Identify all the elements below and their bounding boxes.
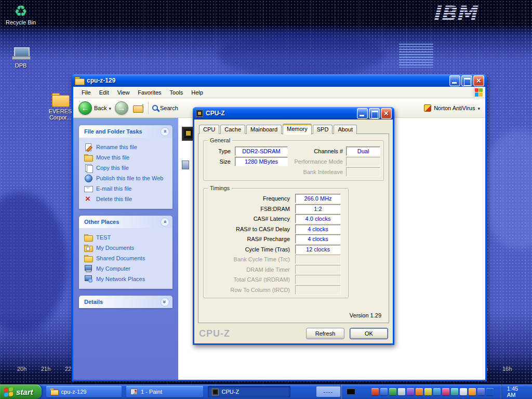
- tray-icon[interactable]: [477, 388, 485, 395]
- search-button[interactable]: Search: [152, 105, 178, 111]
- size-label: Size: [209, 157, 231, 166]
- norton-antivirus-menu[interactable]: Norton AntiVirus: [424, 104, 480, 112]
- chevron-up-icon[interactable]: [161, 127, 169, 136]
- explorer-titlebar[interactable]: cpu-z-129: [72, 74, 487, 87]
- tab-about[interactable]: About: [334, 125, 357, 134]
- timing-value: [295, 285, 341, 295]
- timezone-label: 16h: [502, 366, 512, 372]
- timing-label: DRAM Idle Timer: [206, 265, 290, 274]
- keyboard-layout-icon[interactable]: [347, 389, 355, 395]
- menu-edit[interactable]: Edit: [95, 88, 113, 97]
- desktop-icon-label: DPB: [2, 62, 39, 69]
- timezone-label: 21h: [41, 366, 50, 372]
- tab-spd[interactable]: SPD: [313, 125, 333, 134]
- place-my-network[interactable]: My Network Places: [84, 274, 170, 284]
- menu-tools[interactable]: Tools: [166, 88, 188, 97]
- file-tasks-header[interactable]: File and Folder Tasks: [79, 125, 172, 138]
- timing-label: RAS# to CAS# Delay: [206, 225, 290, 233]
- tab-cpu[interactable]: CPU: [199, 125, 219, 134]
- place-shared-documents[interactable]: Shared Documents: [84, 253, 170, 263]
- timing-value: 266.0 MHz: [295, 194, 341, 203]
- copy-icon: [84, 164, 92, 171]
- menu-favorites[interactable]: Favorites: [134, 88, 165, 97]
- tray-icon[interactable]: [486, 388, 494, 395]
- ok-button[interactable]: OK: [350, 328, 388, 339]
- minimize-button[interactable]: [449, 75, 460, 86]
- norton-icon: [424, 104, 431, 112]
- up-folder-button[interactable]: [132, 102, 144, 114]
- task-delete-file[interactable]: Delete this file: [84, 194, 170, 204]
- groupbox-legend: General: [208, 137, 232, 143]
- timings-groupbox: Timings Frequency 266.0 MHz FSB:DRAM 1:2…: [203, 188, 349, 298]
- cpuz-watermark: CPU-Z: [199, 328, 230, 339]
- tab-mainboard[interactable]: Mainboard: [246, 125, 282, 134]
- menu-bar: File Edit View Favorites Tools Help: [73, 87, 485, 98]
- paint-icon: [130, 389, 138, 395]
- start-button[interactable]: start: [0, 384, 42, 399]
- tray-icon[interactable]: [433, 388, 441, 395]
- maximize-button[interactable]: [461, 75, 472, 86]
- close-button[interactable]: [473, 75, 484, 86]
- refresh-button[interactable]: Refresh: [306, 328, 344, 339]
- tray-icon[interactable]: [416, 388, 423, 395]
- place-test[interactable]: TEST: [84, 232, 170, 243]
- cpuz-titlebar[interactable]: CPU-Z: [193, 107, 394, 119]
- menu-help[interactable]: Help: [187, 88, 207, 97]
- task-rename-file[interactable]: Rename this file: [84, 142, 170, 152]
- tray-icon[interactable]: [371, 388, 379, 395]
- timing-value: [295, 275, 341, 284]
- tray-icon[interactable]: [424, 388, 432, 395]
- forward-button[interactable]: [115, 101, 128, 115]
- my-documents-icon: [84, 244, 92, 251]
- taskbar-misc-button[interactable]: ----: [316, 387, 340, 397]
- chevron-down-icon[interactable]: [161, 298, 169, 307]
- timing-label: Row To Column (tRCD): [206, 286, 290, 294]
- menu-file[interactable]: File: [77, 88, 95, 97]
- details-header[interactable]: Details: [79, 296, 172, 308]
- desktop-icon-recycle-bin[interactable]: Recycle Bin: [2, 3, 39, 25]
- timing-label: Bank Cycle Time (Trc): [206, 255, 290, 263]
- maximize-button[interactable]: [369, 108, 380, 119]
- tab-strip: CPU Cache Mainboard Memory SPD About: [198, 123, 389, 134]
- delete-x-icon: [84, 195, 92, 203]
- other-places-header[interactable]: Other Places: [79, 216, 172, 228]
- close-button[interactable]: [381, 108, 392, 119]
- groupbox-legend: Timings: [208, 185, 232, 191]
- desktop-icon-dpb[interactable]: DPB: [2, 46, 39, 69]
- taskbar-item-cpuz-folder[interactable]: cpu-z-129: [46, 386, 122, 397]
- chevron-up-icon[interactable]: [161, 218, 169, 227]
- tab-cache[interactable]: Cache: [220, 125, 245, 134]
- tray-icon[interactable]: [460, 388, 467, 395]
- bank-interleave-value: [346, 167, 380, 177]
- task-move-file[interactable]: Move this file: [84, 152, 170, 163]
- tray-icon[interactable]: [398, 388, 405, 395]
- performance-mode-value: [346, 157, 380, 166]
- file-icon[interactable]: [182, 161, 189, 169]
- tray-icon[interactable]: [380, 388, 388, 395]
- task-email-file[interactable]: E-mail this file: [84, 183, 170, 194]
- shared-folder-icon: [84, 255, 92, 262]
- type-value: DDR2-SDRAM: [235, 147, 288, 156]
- tray-icon[interactable]: [442, 388, 449, 395]
- menu-view[interactable]: View: [113, 88, 134, 97]
- timing-value: 4 clocks: [295, 224, 341, 234]
- cpu-chip-icon: [196, 110, 203, 117]
- taskbar-item-paint[interactable]: 1 - Paint: [126, 386, 203, 397]
- back-button[interactable]: Back: [78, 101, 111, 115]
- place-my-documents[interactable]: My Documents: [84, 243, 170, 253]
- tray-icon[interactable]: [451, 388, 458, 395]
- place-my-computer[interactable]: My Computer: [84, 263, 170, 274]
- tray-icon[interactable]: [407, 388, 414, 395]
- tray-icon[interactable]: [469, 388, 476, 395]
- tab-memory[interactable]: Memory: [283, 124, 312, 135]
- task-publish-file[interactable]: Publish this file to the Web: [84, 173, 170, 183]
- windows-logo-icon: [474, 88, 483, 97]
- task-copy-file[interactable]: Copy this file: [84, 163, 170, 173]
- tray-icon[interactable]: [389, 388, 396, 395]
- minimize-button[interactable]: [357, 108, 368, 119]
- task-pane: File and Folder Tasks Rename this file M…: [73, 118, 178, 380]
- performance-mode-label: Performance Mode: [282, 157, 343, 166]
- globe-icon: [84, 175, 92, 182]
- timing-label: CAS# Latency: [206, 215, 290, 223]
- taskbar-item-cpuz[interactable]: CPU-Z: [208, 386, 290, 397]
